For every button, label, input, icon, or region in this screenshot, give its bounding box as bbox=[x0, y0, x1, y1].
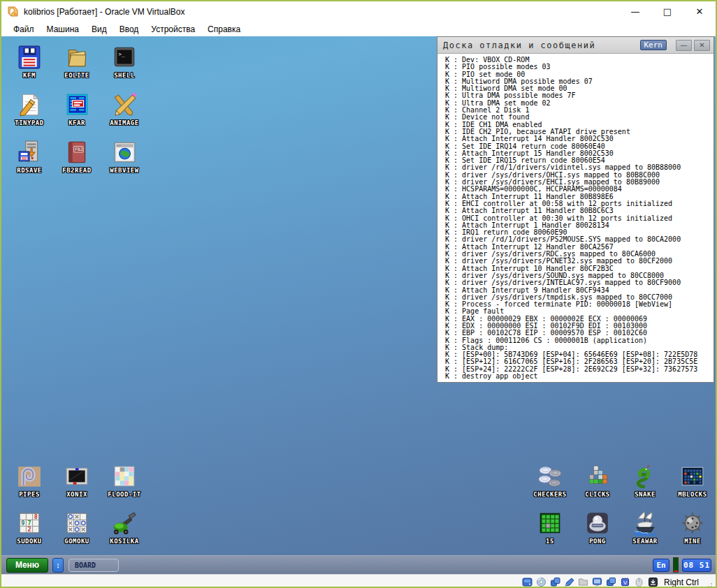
features-icon[interactable]: V bbox=[620, 577, 630, 587]
desktop-icon-mblocks[interactable]: MBLOCKS bbox=[669, 460, 716, 507]
desktop-icon-gomoku[interactable]: GOMOKU bbox=[53, 507, 101, 554]
desktop-icon-animage[interactable]: ANIMAGE bbox=[101, 89, 148, 136]
maximize-button[interactable]: □ bbox=[651, 1, 683, 22]
flood-it-icon bbox=[111, 463, 138, 490]
desktop-icon-pipes[interactable]: PIPES bbox=[6, 460, 53, 507]
desktop-icon-kfar[interactable]: KFAR bbox=[53, 89, 101, 136]
notepad-icon bbox=[16, 91, 43, 118]
mblocks-icon bbox=[679, 463, 706, 490]
desktop-icon-seawar[interactable]: SEAWAR bbox=[621, 507, 669, 554]
desktop-icon-label: MINE bbox=[684, 538, 701, 545]
svg-text:>_: >_ bbox=[119, 51, 125, 57]
display-icon[interactable] bbox=[592, 577, 602, 587]
snake-icon bbox=[632, 463, 658, 490]
window-title: kolibrios [Работает] - Oracle VM Virtual… bbox=[24, 7, 619, 17]
desktop-icon-flood-it[interactable]: FLOOD-IT bbox=[101, 460, 148, 507]
video-capture-icon[interactable] bbox=[606, 577, 616, 587]
virtualbox-logo-icon bbox=[7, 6, 19, 17]
start-menu-button[interactable]: Меню bbox=[6, 558, 48, 573]
xonix-icon bbox=[64, 463, 90, 490]
menu-view[interactable]: Вид bbox=[85, 23, 113, 36]
desktop-icon-label: EOLITE bbox=[64, 72, 89, 79]
desktop-icon-label: SNAKE bbox=[635, 491, 656, 498]
mouse-icon[interactable] bbox=[634, 577, 644, 587]
desktop-icon-kosilka[interactable]: KOSILKA bbox=[101, 507, 148, 554]
menu-input[interactable]: Ввод bbox=[113, 23, 145, 36]
close-button[interactable]: ✕ bbox=[683, 1, 716, 22]
desktop-icon-shell[interactable]: >_ SHELL bbox=[101, 41, 148, 89]
svg-text:2: 2 bbox=[27, 526, 31, 533]
desktop-icon-clicks[interactable]: CLICKS bbox=[574, 460, 621, 507]
host-key-label: Right Ctrl bbox=[664, 578, 699, 587]
minimize-button[interactable]: — bbox=[619, 1, 651, 22]
desktop-icon-label: 15 bbox=[546, 538, 554, 545]
debug-window-titlebar[interactable]: Доска отладки и сообщений Kern — ✕ bbox=[437, 37, 714, 54]
desktop-icon-kfm[interactable]: KFM bbox=[6, 41, 53, 89]
taskbar-task-board[interactable]: BOARD bbox=[68, 559, 119, 572]
folder-icon bbox=[64, 44, 90, 71]
hdd-icon[interactable] bbox=[522, 577, 533, 587]
usb-icon[interactable] bbox=[564, 577, 574, 587]
debug-board-window: Доска отладки и сообщений Kern — ✕ K : D… bbox=[437, 36, 714, 383]
debug-log: K : Dev: VBOX CD-ROM K : PIO possible mo… bbox=[440, 54, 711, 380]
desktop-icon-label: PONG bbox=[589, 538, 606, 545]
debug-minimize-button[interactable]: — bbox=[676, 40, 692, 51]
desktop-icon-eolite[interactable]: EOLITE bbox=[53, 41, 101, 89]
desktop-icon-label: CLICKS bbox=[585, 491, 610, 498]
pipes-icon bbox=[16, 463, 43, 490]
desktop-icon-pong[interactable]: PONG bbox=[574, 507, 621, 554]
desktop-icon-mine[interactable]: MINE bbox=[669, 507, 716, 554]
menu-devices[interactable]: Устройства bbox=[145, 23, 201, 36]
desktop-icon-checkers[interactable]: CHECKERS bbox=[526, 460, 574, 507]
desktop-icon-rdsave[interactable]: RDSAVE bbox=[6, 136, 53, 184]
desktop-icon-label: FLOOD-IT bbox=[108, 491, 140, 498]
ship-icon bbox=[632, 510, 658, 536]
desktop-icon-xonix[interactable]: XONIX bbox=[53, 460, 101, 507]
desktop-icon-tinypad[interactable]: TINYPAD bbox=[6, 89, 53, 136]
desktop-icon-label: KOSILKA bbox=[110, 538, 138, 545]
keyboard-icon[interactable] bbox=[648, 577, 658, 587]
desktop-games-right-group: CHECKERS CLICKS SNAKE MBLOCKS bbox=[526, 460, 716, 554]
menu-help[interactable]: Справка bbox=[201, 23, 247, 36]
menubar: Файл Машина Вид Ввод Устройства Справка bbox=[1, 22, 716, 36]
checkers-icon bbox=[537, 463, 563, 490]
desktop-icon-label: ANIMAGE bbox=[110, 119, 138, 126]
browser-icon bbox=[111, 139, 138, 166]
desktop-icon-snake[interactable]: SNAKE bbox=[621, 460, 669, 507]
svg-text:V: V bbox=[623, 580, 628, 586]
svg-text:8: 8 bbox=[34, 513, 38, 520]
desktop-icon-label: CHECKERS bbox=[533, 491, 566, 498]
desktop-icon-sudoku[interactable]: 8972 SUDOKU bbox=[6, 507, 53, 554]
desktop-icon-label: TINYPAD bbox=[15, 119, 43, 126]
desktop-icon-fb2read[interactable]: FB2 FB2READ bbox=[53, 136, 101, 184]
taskbar-updown-button[interactable]: ↕ bbox=[52, 558, 64, 573]
desktop-games-left-group: PIPES XONIX FLOOD-IT 8972 SUDOKU bbox=[6, 460, 148, 554]
desktop-icon-15[interactable]: 15 bbox=[526, 507, 574, 554]
kern-button[interactable]: Kern bbox=[640, 40, 667, 50]
book-icon: FB2 bbox=[64, 139, 90, 166]
terminal-icon: >_ bbox=[111, 44, 138, 71]
network-icon[interactable] bbox=[550, 577, 560, 587]
desktop-icon-label: WEBVIEW bbox=[110, 167, 138, 174]
desktop-icon-label: KFAR bbox=[68, 119, 85, 126]
titlebar: kolibrios [Работает] - Oracle VM Virtual… bbox=[1, 1, 716, 22]
desktop-icon-label: XONIX bbox=[66, 491, 87, 498]
cpu-usage-gauge[interactable] bbox=[673, 557, 679, 573]
desktop-icon-webview[interactable]: WEBVIEW bbox=[101, 136, 148, 184]
fifteen-icon bbox=[537, 510, 563, 536]
language-indicator[interactable]: En bbox=[653, 559, 669, 572]
desktop-icon-label: SEAWAR bbox=[632, 538, 658, 545]
desktop-icon-label: FB2READ bbox=[62, 167, 91, 174]
svg-text:9: 9 bbox=[21, 520, 24, 527]
taskbar-clock[interactable]: 08 51 bbox=[682, 559, 711, 572]
mine-icon bbox=[679, 510, 706, 536]
svg-text:FB2: FB2 bbox=[75, 147, 83, 152]
debug-close-button[interactable]: ✕ bbox=[694, 40, 710, 51]
menu-file[interactable]: Файл bbox=[7, 23, 41, 36]
desktop-icon-label: GOMOKU bbox=[64, 538, 89, 545]
resize-grip[interactable] bbox=[706, 581, 713, 588]
shared-folders-icon[interactable] bbox=[578, 577, 588, 587]
menu-machine[interactable]: Машина bbox=[41, 23, 85, 36]
virtualbox-window: kolibrios [Работает] - Oracle VM Virtual… bbox=[0, 0, 717, 588]
optical-disc-icon[interactable] bbox=[536, 577, 546, 587]
